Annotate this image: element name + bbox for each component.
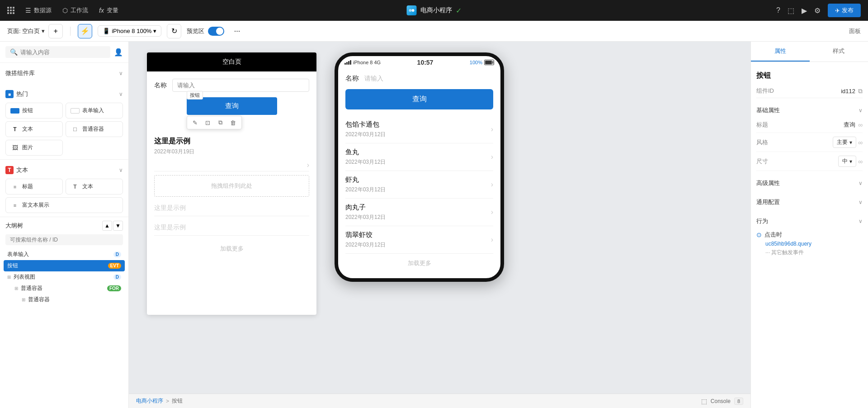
style-select[interactable]: 主要 ▾ xyxy=(833,137,856,148)
phone-item-3-title: 肉丸子 xyxy=(345,203,386,212)
component-richtext[interactable]: ≡ 富文本展示 xyxy=(5,197,123,213)
tree-item-container1[interactable]: ⊞ 普通容器 FOR xyxy=(11,283,125,294)
text-header[interactable]: T 文本 ∨ xyxy=(5,163,123,177)
main-area: 🔍 👤 微搭组件库 ∨ ■ 热门 ∨ xyxy=(0,42,868,408)
style-field-row: 风格 主要 ▾ ∞ xyxy=(756,133,863,152)
lightning-button[interactable]: ⚡ xyxy=(78,24,92,38)
breadcrumb-home[interactable]: 电商小程序 xyxy=(136,397,163,405)
phone-list-item-4[interactable]: 翡翠虾饺 2022年03月12日 › xyxy=(345,226,493,254)
settings-icon[interactable]: ⚙ xyxy=(814,6,821,15)
phone-icon: 📱 xyxy=(103,28,110,34)
more-button[interactable]: ··· xyxy=(230,24,244,38)
publish-button[interactable]: ✈ 发布 xyxy=(828,4,861,17)
form-input-label: 表单输入 xyxy=(7,251,29,258)
outline-down-btn[interactable]: ▼ xyxy=(113,221,123,231)
help-icon[interactable]: ? xyxy=(776,6,780,14)
hot-header[interactable]: ■ 热门 ∨ xyxy=(5,87,123,101)
battery-fill xyxy=(485,61,492,64)
phone-item-4-chevron: › xyxy=(491,236,493,244)
toolbar-divider xyxy=(70,27,71,36)
page-selector[interactable]: 页面: 空白页 ▾ xyxy=(7,27,45,35)
refresh-button[interactable]: ↻ xyxy=(167,24,181,38)
svg-point-0 xyxy=(409,9,412,12)
editor-section-title: 这里是示例 xyxy=(154,137,309,146)
phone-list-item-0[interactable]: 包馅卡通包 2022年03月12日 › xyxy=(345,116,493,143)
phone-query-button[interactable]: 查询 xyxy=(345,89,493,109)
nav-workflow[interactable]: ⬡ 工作流 xyxy=(62,6,88,14)
phone-item-2-content: 虾丸 2022年03月12日 xyxy=(345,176,386,194)
nav-variable[interactable]: fx 变量 xyxy=(99,6,118,14)
container2-label: 普通容器 xyxy=(28,296,50,304)
toolbar-left: 页面: 空白页 ▾ + xyxy=(7,24,63,38)
tab-properties[interactable]: 属性 xyxy=(751,42,810,62)
component-title[interactable]: ≡ 标题 xyxy=(5,179,63,195)
tree-item-list-view[interactable]: ⊞ 列表视图 D xyxy=(4,271,125,283)
advanced-props-header[interactable]: 高级属性 ∨ xyxy=(756,176,863,190)
editor-drop-zone[interactable]: 拖拽组件到此处 xyxy=(154,175,309,197)
size-select-chevron: ▾ xyxy=(849,158,852,165)
phone-list-item-1[interactable]: 鱼丸 2022年03月12日 › xyxy=(345,143,493,171)
component-image[interactable]: 🖼 图片 xyxy=(5,140,63,156)
phone-list-item-3[interactable]: 肉丸子 2022年03月12日 › xyxy=(345,199,493,226)
frame-icon[interactable]: ⬚ xyxy=(788,6,794,15)
phone-load-more: 加载更多 xyxy=(345,254,493,273)
copy-btn-tool[interactable]: ⧉ xyxy=(216,118,225,127)
component-id-value-area: id112 ⧉ xyxy=(841,87,863,95)
title-field-label: 标题 xyxy=(756,121,768,129)
title-field-row: 标题 查询 ∞ xyxy=(756,117,863,133)
outline-header: 大纲树 ▲ ▼ xyxy=(0,217,128,234)
outline-up-btn[interactable]: ▲ xyxy=(102,221,112,231)
component-text[interactable]: T 文本 xyxy=(5,121,63,137)
grid-menu-icon[interactable] xyxy=(7,7,14,14)
app-icon xyxy=(407,5,417,15)
text-components-grid: ≡ 标题 T 文本 ≡ 富文本展示 xyxy=(5,179,123,213)
signal-bar-1 xyxy=(344,63,346,65)
component-container[interactable]: □ 普通容器 xyxy=(66,121,123,137)
tab-style[interactable]: 样式 xyxy=(810,42,868,62)
size-field-value: 中 ▾ ∞ xyxy=(838,156,863,167)
general-config-header[interactable]: 通用配置 ∨ xyxy=(756,195,863,209)
library-header[interactable]: 微搭组件库 ∨ xyxy=(5,66,123,80)
panel-component-header: 按钮 组件ID id112 ⧉ xyxy=(756,67,863,98)
more-events[interactable]: ··· 其它触发事件 xyxy=(756,249,863,256)
person-icon[interactable]: 👤 xyxy=(114,48,123,57)
editor-name-row: 名称 xyxy=(154,79,309,92)
device-selector[interactable]: 📱 iPhone 8 100% ▾ xyxy=(98,25,161,37)
nav-datasource[interactable]: ☰ 数据源 xyxy=(25,6,52,14)
edit-btn-tool[interactable]: ✎ xyxy=(191,118,200,127)
copy-id-icon[interactable]: ⧉ xyxy=(858,87,863,95)
tree-item-btn[interactable]: 按钮 EVT xyxy=(4,260,125,271)
editor-name-input[interactable] xyxy=(172,79,309,92)
style-link-icon[interactable]: ∞ xyxy=(858,139,863,146)
basic-props-header[interactable]: 基础属性 ∨ xyxy=(756,104,863,117)
phone-item-3-content: 肉丸子 2022年03月12日 xyxy=(345,203,386,221)
richtext-icon: ≡ xyxy=(10,202,19,209)
phone-item-2-chevron: › xyxy=(491,180,493,189)
preview-switch[interactable] xyxy=(208,27,224,36)
list-expand-icon: ⊞ xyxy=(7,275,11,280)
editor-header: 空白页 xyxy=(147,52,316,71)
btn-icon xyxy=(10,108,19,114)
tree-item-container2[interactable]: ⊞ 普通容器 xyxy=(18,294,125,305)
query-button[interactable]: 查询 xyxy=(187,97,277,115)
outline-search-input[interactable] xyxy=(10,237,118,243)
nav-center: 电商小程序 ✓ xyxy=(407,5,462,15)
play-icon[interactable]: ▶ xyxy=(802,6,807,15)
component-text2[interactable]: T 文本 xyxy=(66,179,123,195)
tree-item-form-input[interactable]: 表单输入 D xyxy=(4,249,125,260)
component-btn[interactable]: 按钮 xyxy=(5,103,63,119)
list-view-badge: D xyxy=(113,274,121,280)
component-form-input[interactable]: 表单输入 xyxy=(66,103,123,119)
size-link-icon[interactable]: ∞ xyxy=(858,158,863,165)
search-input[interactable] xyxy=(20,49,106,56)
svg-point-1 xyxy=(412,9,415,12)
size-select[interactable]: 中 ▾ xyxy=(838,156,856,167)
text-icon: T xyxy=(10,126,19,133)
add-page-button[interactable]: + xyxy=(48,24,63,38)
phone-list-item-2[interactable]: 虾丸 2022年03月12日 › xyxy=(345,171,493,199)
delete-btn-tool[interactable]: 🗑 xyxy=(229,118,238,127)
title-link-icon[interactable]: ∞ xyxy=(858,121,863,128)
console-label[interactable]: Console xyxy=(711,398,731,404)
duplicate-btn-tool[interactable]: ⊡ xyxy=(203,118,212,127)
behavior-header[interactable]: 行为 ∨ xyxy=(756,214,863,228)
